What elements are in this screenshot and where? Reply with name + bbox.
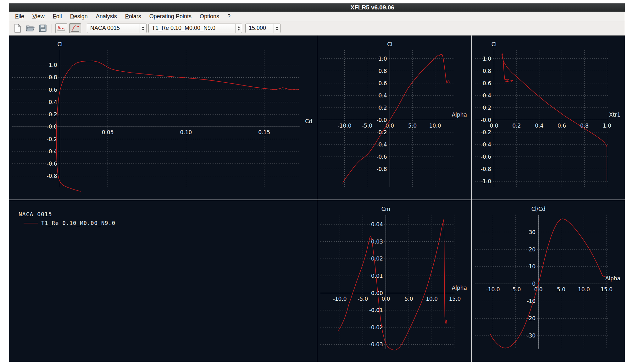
plot-canvas-clcd-vs-alpha: 3020100-10-20-30-10.0-5.00.05.010.015.0C… [472,200,625,362]
new-file-icon [14,24,22,33]
foil-select[interactable]: NACA 0015 [87,24,147,33]
menu-item-design[interactable]: Design [66,12,92,21]
x-axis-title: Cd [305,118,312,124]
x-tick-label: 10.0 [429,123,441,129]
spin-up-icon [237,26,240,28]
y-tick-label: -0.6 [376,154,387,160]
y-tick-label: 0.8 [483,68,491,74]
y-tick-label: 30 [529,229,536,235]
x-tick-label: 0.05 [102,129,114,135]
menu-item-polars[interactable]: Polars [121,12,145,21]
foil-select-value: NACA 0015 [87,24,140,33]
y-tick-label: -0.03 [369,341,383,348]
plot-canvas-cl-vs-alpha: 1.00.80.60.40.2-0.0-0.2-0.4-0.6-0.8-10.0… [317,36,471,200]
y-tick-label: -0.0 [481,117,491,123]
plot-canvas-cl-vs-cd: 1.00.80.60.40.2-0.0-0.2-0.4-0.6-0.80.050… [9,36,317,200]
menu-mnemonic: F [53,13,56,19]
x-tick-label: 10.0 [426,296,438,302]
data-curve [56,61,299,191]
menu-item-view[interactable]: View [28,12,49,21]
y-tick-label: 20 [529,246,536,253]
legend-entry: T1_Re 0.10_M0.00_N9.0 [19,220,317,226]
plot-panel-cl-vs-xtr1[interactable]: 1.00.80.60.40.2-0.0-0.2-0.4-0.6-0.8-1.00… [472,36,625,200]
y-tick-label: -0.4 [376,141,387,148]
operating-point-value: 15.000 [246,24,274,33]
save-button[interactable] [37,23,48,34]
x-axis-title: Alpha [452,285,467,291]
x-tick-label: 0.0 [534,286,543,293]
y-axis-title: Cm [381,206,390,212]
y-tick-label: -10 [527,298,536,304]
title-bar[interactable]: XFLR5 v6.09.06 [9,3,625,12]
x-tick-label: 5.0 [405,296,413,302]
polar-plot-area: 1.00.80.60.40.2-0.0-0.2-0.4-0.6-0.80.050… [9,36,625,362]
x-axis-title: Xtr1 [609,112,620,118]
y-tick-label: -1.0 [481,178,491,184]
x-tick-label: 0.8 [580,123,589,129]
menu-item-operating-points[interactable]: Operating Points [145,12,196,21]
plot-panel-clcd-vs-alpha[interactable]: 3020100-10-20-30-10.0-5.00.05.010.015.0C… [472,200,625,362]
y-tick-label: -0.2 [481,129,491,135]
menu-item-foil[interactable]: Foil [49,12,66,21]
plot-canvas-cm-vs-alpha: 0.040.030.020.010.00-0.01-0.02-0.03-10.0… [317,200,471,362]
x-tick-label: 1.0 [603,123,611,129]
y-axis-title: Cl [491,41,497,47]
y-tick-label: 10 [529,263,536,270]
y-tick-label: -0.6 [47,161,57,167]
window-title: XFLR5 v6.09.06 [351,4,394,11]
y-tick-label: -0.4 [47,148,57,155]
x-tick-label: -10.0 [333,296,347,302]
polar-curve-icon [70,24,80,32]
data-curve [490,219,605,348]
new-project-button[interactable] [12,23,23,34]
y-tick-label: -0.02 [369,324,383,331]
x-tick-label: 10.0 [578,286,590,293]
y-tick-label: -30 [527,332,536,339]
y-axis-title: Cl [57,41,63,47]
operating-point-spinner[interactable] [274,24,280,33]
y-tick-label: 0.8 [49,74,57,80]
menu-item-file[interactable]: File [11,12,28,21]
y-tick-label: 0.6 [379,80,387,86]
y-tick-label: 0.2 [49,111,57,118]
menu-item-options[interactable]: Options [196,12,223,21]
menu-item-help[interactable]: ? [223,12,235,21]
legend-foil-name: NACA 0015 [19,211,317,217]
menu-bar: FileViewFoilDesignAnalysisPolarsOperatin… [9,12,625,21]
menu-item-analysis[interactable]: Analysis [92,12,121,21]
x-tick-label: -10.0 [486,286,500,293]
plot-panel-cl-vs-cd[interactable]: 1.00.80.60.40.2-0.0-0.2-0.4-0.6-0.80.050… [9,36,317,200]
x-tick-label: 5.0 [557,286,565,293]
x-tick-label: 0.0 [490,123,498,129]
x-tick-label: 0.4 [535,123,543,129]
polar-select-spinner[interactable] [235,24,242,33]
toolbar-separator [52,24,52,33]
x-tick-label: -5.0 [362,123,372,129]
plot-panel-cl-vs-alpha[interactable]: 1.00.80.60.40.2-0.0-0.2-0.4-0.6-0.8-10.0… [317,36,472,200]
polar-select-value: T1_Re 0.10_M0.00_N9.0 [149,24,235,33]
y-axis-title: Cl/Cd [531,206,546,212]
polar-select[interactable]: T1_Re 0.10_M0.00_N9.0 [148,24,242,33]
x-tick-label: 0.6 [558,123,566,129]
y-tick-label: 0.04 [371,221,383,228]
y-tick-label: 0.4 [49,99,57,105]
y-tick-label: -0.0 [47,123,57,130]
x-tick-label: 0.0 [381,296,390,302]
open-file-button[interactable] [25,23,36,34]
y-tick-label: 0.02 [371,255,383,262]
x-tick-label: 5.0 [408,123,417,129]
plot-panel-cm-vs-alpha[interactable]: 0.040.030.020.010.00-0.01-0.02-0.03-10.0… [317,200,472,362]
y-tick-label: 0.8 [379,68,387,74]
foil-curve-icon [57,24,66,32]
y-tick-label: 1.0 [483,56,491,62]
polar-view-button[interactable] [69,23,81,33]
x-tick-label: 0.15 [258,129,270,135]
foil-select-spinner[interactable] [140,24,146,33]
data-curve [343,54,450,183]
y-tick-label: 1.0 [49,62,57,68]
y-tick-label: 0.6 [49,87,57,93]
x-tick-label: -5.0 [358,296,368,302]
operating-point-spinbox[interactable]: 15.000 [245,24,280,33]
foil-geometry-view-button[interactable] [55,23,67,33]
xflr5-window: XFLR5 v6.09.06 FileViewFoilDesignAnalysi… [9,3,625,362]
